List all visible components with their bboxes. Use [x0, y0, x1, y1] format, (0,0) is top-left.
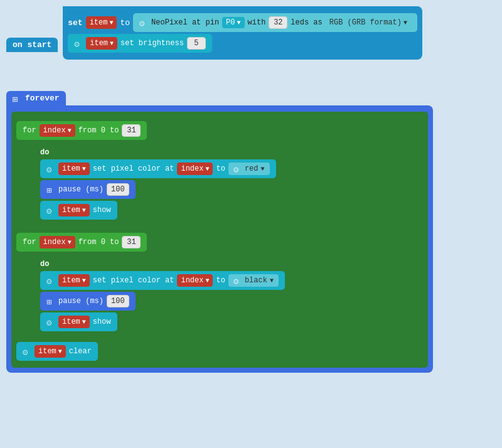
forever-section: forever for index ▼ from 0 to 31 do [6, 91, 496, 373]
on-start-block: set item ▼ to NeoPixel at pin P0 ▼ with … [63, 6, 422, 60]
color1-block[interactable]: red ▼ [228, 163, 270, 175]
item4-dropdown: ▼ [82, 207, 86, 214]
brightness-label: set brightness [120, 39, 184, 48]
brightness-block: item ▼ set brightness 5 [68, 34, 212, 53]
index2b-dropdown: ▼ [205, 277, 209, 284]
do-block2: do item ▼ set pixel color at index ▼ [35, 256, 423, 337]
pause1-block: pause (ms) 100 [40, 180, 136, 199]
on-start-label: on start [13, 40, 51, 50]
leds-value[interactable]: 32 [269, 16, 287, 29]
on-start-section: on start set item ▼ to NeoPixel at pin P… [6, 6, 496, 60]
item3-block[interactable]: item ▼ [58, 163, 90, 175]
to1b-label: to [216, 164, 225, 173]
set-brightness-row: item ▼ set brightness 5 [68, 34, 417, 53]
item2-dropdown-arrow: ▼ [110, 40, 114, 47]
color2-block[interactable]: black ▼ [228, 274, 279, 287]
gear-icon-8 [46, 317, 55, 326]
item6-block[interactable]: item ▼ [58, 316, 90, 328]
neopixel-label: NeoPixel at pin [151, 18, 219, 27]
for-loop1-block: for index ▼ from 0 to 31 [16, 121, 147, 140]
item6-dropdown: ▼ [82, 319, 86, 326]
leds-label: leds as [291, 18, 322, 27]
from2-label: from 0 to [78, 238, 119, 247]
index1b-dropdown: ▼ [205, 166, 209, 173]
pin-dropdown[interactable]: P0 ▼ [222, 17, 244, 28]
index2-dropdown: ▼ [68, 239, 72, 246]
forever-inner: for index ▼ from 0 to 31 do [11, 112, 428, 368]
gear-icon-3 [46, 164, 55, 173]
do2-label: do [40, 260, 418, 269]
do-block1: do item ▼ set pixel color at index ▼ [35, 144, 423, 225]
neopixel-block: NeoPixel at pin P0 ▼ with 32 leds as RGB… [133, 13, 417, 32]
item7-dropdown: ▼ [58, 348, 62, 355]
pause1-value[interactable]: 100 [107, 183, 129, 196]
for-loop1-row: for index ▼ from 0 to 31 [16, 119, 423, 142]
gear-icon-4 [233, 164, 242, 173]
color2-dropdown: ▼ [270, 277, 274, 284]
show2-row: item ▼ show [40, 312, 418, 331]
item5-block[interactable]: item ▼ [58, 274, 90, 287]
color1-dropdown: ▼ [261, 166, 265, 173]
item-dropdown-arrow: ▼ [109, 19, 113, 26]
for-loop2-block: for index ▼ from 0 to 31 [16, 233, 147, 252]
pause1-row: pause (ms) 100 [40, 180, 418, 199]
set-pixel2-text: set pixel color at [93, 276, 174, 285]
with-label: with [248, 18, 266, 27]
index2b-block[interactable]: index ▼ [177, 274, 213, 287]
set-pixel1-text: set pixel color at [93, 164, 174, 173]
show2-block: item ▼ show [40, 312, 117, 331]
gear-icon [139, 18, 148, 27]
pause2-block: pause (ms) 100 [40, 292, 136, 311]
color1-label: red [245, 164, 259, 173]
item5-dropdown: ▼ [82, 277, 86, 284]
set-pixel2-row: item ▼ set pixel color at index ▼ to bla… [40, 271, 418, 290]
set-pixel2-block: item ▼ set pixel color at index ▼ to bla… [40, 271, 285, 290]
pause2-row: pause (ms) 100 [40, 292, 418, 311]
brightness-value[interactable]: 5 [187, 37, 206, 50]
item7-block[interactable]: item ▼ [35, 345, 66, 358]
set-label: set [68, 18, 82, 28]
item2-var-block[interactable]: item ▼ [86, 37, 117, 50]
on-start-header: on start [6, 38, 58, 52]
gear-icon-6 [46, 276, 55, 285]
clear-label: clear [69, 347, 92, 356]
pause2-value[interactable]: 100 [107, 295, 129, 307]
format-dropdown[interactable]: RGB (GRB format) ▼ [326, 17, 411, 28]
index1b-block[interactable]: index ▼ [177, 163, 213, 175]
grid-icon-2 [46, 185, 55, 194]
to-label: to [120, 18, 130, 28]
from1-label: from 0 to [78, 126, 119, 135]
color2-label: black [245, 276, 267, 285]
set-item-row: set item ▼ to NeoPixel at pin P0 ▼ with … [68, 13, 417, 32]
for-loop2-row: for index ▼ from 0 to 31 [16, 230, 423, 254]
grid-icon [13, 94, 21, 103]
gear-icon-7 [233, 276, 242, 285]
to1-value[interactable]: 31 [122, 124, 141, 137]
gear-icon-9 [23, 347, 31, 356]
clear-block: item ▼ clear [16, 342, 98, 361]
item3-dropdown: ▼ [82, 166, 86, 173]
pin-dropdown-arrow: ▼ [237, 19, 241, 26]
item4-block[interactable]: item ▼ [58, 204, 90, 216]
forever-block: for index ▼ from 0 to 31 do [6, 105, 433, 373]
show2-label: show [93, 317, 111, 326]
to2-value[interactable]: 31 [122, 236, 141, 248]
format-dropdown-arrow: ▼ [403, 19, 407, 26]
index1-block[interactable]: index ▼ [40, 124, 75, 137]
to2b-label: to [216, 276, 225, 285]
clear-row: item ▼ clear [16, 342, 423, 361]
show1-block: item ▼ show [40, 201, 117, 220]
gear-icon-5 [46, 206, 55, 215]
for1-label: for [23, 126, 36, 135]
index1-dropdown: ▼ [68, 127, 72, 134]
forever-header: forever [6, 91, 66, 105]
pause1-label: pause (ms) [58, 185, 104, 194]
do1-label: do [40, 148, 418, 157]
item-var-block[interactable]: item ▼ [86, 16, 117, 29]
for2-label: for [23, 238, 36, 247]
index2-block[interactable]: index ▼ [40, 236, 75, 248]
pause2-label: pause (ms) [58, 297, 104, 306]
set-pixel1-block: item ▼ set pixel color at index ▼ to red [40, 159, 276, 178]
grid-icon-3 [46, 297, 55, 306]
forever-label: forever [25, 93, 60, 103]
